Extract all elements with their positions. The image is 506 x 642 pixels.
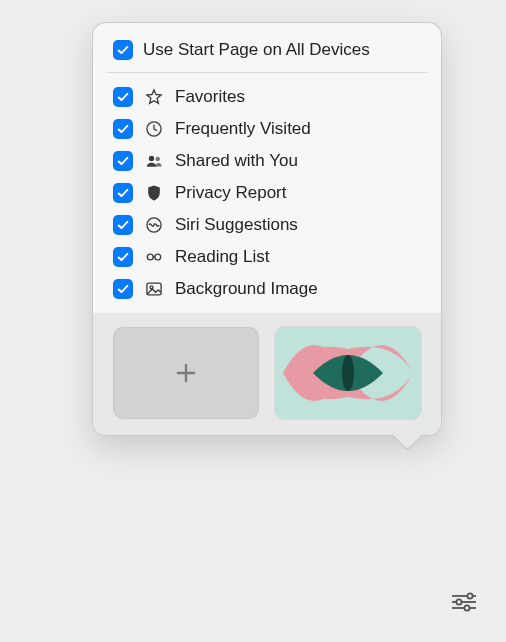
checkbox-checked-icon (113, 183, 133, 203)
star-icon (143, 86, 165, 108)
use-start-page-all-devices-row[interactable]: Use Start Page on All Devices (93, 37, 441, 72)
reading-list-label: Reading List (175, 247, 270, 267)
image-icon (143, 278, 165, 300)
siri-icon (143, 214, 165, 236)
checkbox-checked-icon (113, 40, 133, 60)
svg-point-2 (156, 157, 160, 161)
checkbox-checked-icon (113, 279, 133, 299)
svg-point-13 (467, 593, 472, 598)
divider (107, 72, 427, 73)
svg-point-9 (342, 355, 354, 391)
use-start-page-all-devices-label: Use Start Page on All Devices (143, 40, 370, 60)
svg-point-14 (456, 599, 461, 604)
checkbox-checked-icon (113, 87, 133, 107)
checkbox-checked-icon (113, 151, 133, 171)
siri-suggestions-row[interactable]: Siri Suggestions (93, 209, 441, 241)
shared-with-you-label: Shared with You (175, 151, 298, 171)
background-image-label: Background Image (175, 279, 318, 299)
frequently-visited-row[interactable]: Frequently Visited (93, 113, 441, 145)
background-thumbnails (93, 313, 441, 435)
shared-with-you-row[interactable]: Shared with You (93, 145, 441, 177)
clock-icon (143, 118, 165, 140)
svg-point-1 (149, 156, 154, 161)
shield-icon (143, 182, 165, 204)
glasses-icon (143, 246, 165, 268)
customize-start-page-button[interactable] (444, 584, 484, 620)
privacy-report-row[interactable]: Privacy Report (93, 177, 441, 209)
svg-point-15 (464, 605, 469, 610)
checkbox-checked-icon (113, 215, 133, 235)
add-background-button[interactable] (113, 327, 259, 419)
svg-point-5 (155, 254, 161, 260)
people-icon (143, 150, 165, 172)
background-image-row[interactable]: Background Image (93, 273, 441, 305)
favorites-label: Favorites (175, 87, 245, 107)
start-page-settings-popover: Use Start Page on All Devices Favorites … (92, 22, 442, 436)
siri-suggestions-label: Siri Suggestions (175, 215, 298, 235)
background-thumbnail-1[interactable] (275, 327, 421, 419)
checkbox-checked-icon (113, 247, 133, 267)
favorites-row[interactable]: Favorites (93, 81, 441, 113)
reading-list-row[interactable]: Reading List (93, 241, 441, 273)
svg-point-4 (147, 254, 153, 260)
privacy-report-label: Privacy Report (175, 183, 286, 203)
checkbox-checked-icon (113, 119, 133, 139)
frequently-visited-label: Frequently Visited (175, 119, 311, 139)
